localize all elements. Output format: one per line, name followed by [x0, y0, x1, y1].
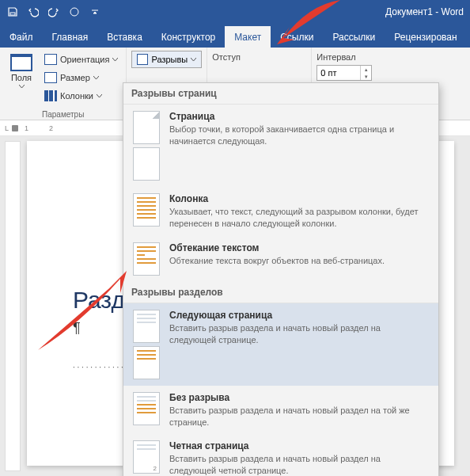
ruler-tick: 1 [25, 124, 28, 132]
break-column-item[interactable]: КолонкаУказывает, что текст, следующий з… [123, 187, 438, 236]
window-title: Документ1 - Word [385, 6, 467, 17]
columns-icon [44, 90, 57, 101]
break-item-title: Страница [169, 111, 429, 122]
breaks-button[interactable]: Разрывы [131, 51, 202, 68]
ruler-margin-indicator[interactable] [12, 125, 18, 131]
tab-design[interactable]: Конструктор [152, 26, 225, 48]
break-item-title: Колонка [169, 193, 429, 204]
size-icon [44, 72, 57, 83]
chevron-down-icon [191, 57, 196, 63]
title-bar: Документ1 - Word [0, 0, 470, 24]
break-item-title: Следующая страница [169, 310, 429, 321]
chevron-down-icon [112, 57, 118, 63]
indent-label: Отступ [212, 52, 306, 65]
break-item-desc: Вставить разрыв раздела и начать новый р… [169, 453, 429, 476]
break-column-icon [133, 193, 160, 227]
touch-mode-icon[interactable] [65, 2, 84, 21]
qat-customize-icon[interactable] [85, 2, 104, 21]
break-item-desc: Вставить разрыв раздела и начать новый р… [169, 405, 429, 428]
break-item-title: Четная страница [169, 440, 429, 451]
chevron-down-icon [19, 84, 25, 89]
quick-access-toolbar [3, 2, 104, 21]
svg-rect-0 [10, 13, 15, 15]
columns-button[interactable]: Колонки [41, 87, 121, 105]
chevron-down-icon [93, 75, 99, 81]
spacing-before-input[interactable]: 0 пт▲▼ [316, 65, 372, 81]
break-textwrap-item[interactable]: Обтекание текстомОбтекание текста вокруг… [123, 236, 438, 282]
breaks-label: Разрывы [151, 55, 188, 64]
break-item-desc: Обтекание текста вокруг объектов на веб-… [169, 255, 429, 267]
margins-icon [10, 54, 32, 71]
break-continuous-item[interactable]: Без разрываВставить разрыв раздела и нач… [123, 386, 438, 435]
breaks-section-header: Разрывы разделов [123, 282, 438, 303]
stepper-up-icon[interactable]: ▲ [361, 66, 371, 73]
break-page-icon [133, 111, 160, 181]
group-label-page-setup: Параметры [0, 110, 126, 119]
ruler-tick: 2 [49, 124, 53, 132]
break-next-page-icon [133, 310, 160, 379]
break-continuous-icon [133, 392, 160, 425]
stepper-down-icon[interactable]: ▼ [361, 73, 371, 80]
tab-insert[interactable]: Вставка [97, 26, 152, 48]
tab-type-selector[interactable]: L [5, 124, 9, 132]
tab-file[interactable]: Файл [0, 26, 43, 48]
chevron-down-icon [97, 93, 102, 99]
redo-icon[interactable] [44, 2, 63, 21]
orientation-label: Ориентация [60, 55, 109, 64]
svg-point-1 [70, 8, 78, 16]
breaks-page-header: Разрывы страниц [123, 83, 438, 105]
break-item-title: Без разрыва [169, 392, 429, 403]
save-icon[interactable] [3, 2, 22, 21]
break-even-page-item[interactable]: 2 4 Четная страницаВставить разрыв разде… [123, 434, 438, 476]
break-page-item[interactable]: СтраницаВыбор точки, в которой заканчива… [123, 105, 438, 187]
group-page-setup: Поля Ориентация Размер Колонки Параметры [0, 48, 127, 120]
break-textwrap-icon [133, 242, 160, 276]
break-even-page-icon: 2 4 [133, 440, 160, 476]
annotation-arrow [32, 261, 135, 356]
spacing-label: Интервал [316, 52, 372, 65]
ribbon-tabs: Файл Главная Вставка Конструктор Макет С… [0, 24, 470, 48]
break-item-desc: Выбор точки, в которой заканчивается одн… [169, 124, 429, 147]
size-label: Размер [60, 73, 90, 82]
break-item-desc: Указывает, что текст, следующий за разры… [169, 206, 429, 230]
breaks-dropdown: Разрывы страниц СтраницаВыбор точки, в к… [123, 82, 439, 476]
annotation-arrow [253, 0, 348, 52]
margins-label: Поля [11, 73, 32, 82]
break-item-title: Обтекание текстом [169, 242, 429, 253]
spacing-before-value: 0 пт [320, 68, 336, 78]
size-button[interactable]: Размер [41, 69, 121, 86]
breaks-icon [137, 54, 148, 65]
break-next-page-item[interactable]: Следующая страницаВставить разрыв раздел… [123, 303, 438, 386]
break-item-desc: Вставить разрыв раздела и начать новый р… [169, 322, 429, 346]
orientation-button[interactable]: Ориентация [41, 51, 121, 68]
tab-home[interactable]: Главная [43, 26, 98, 48]
vertical-ruler[interactable] [5, 141, 21, 471]
undo-icon[interactable] [24, 2, 43, 21]
tab-review[interactable]: Рецензирован [385, 26, 466, 48]
columns-label: Колонки [60, 91, 93, 101]
orientation-icon [44, 54, 57, 65]
margins-button[interactable]: Поля [5, 51, 38, 106]
